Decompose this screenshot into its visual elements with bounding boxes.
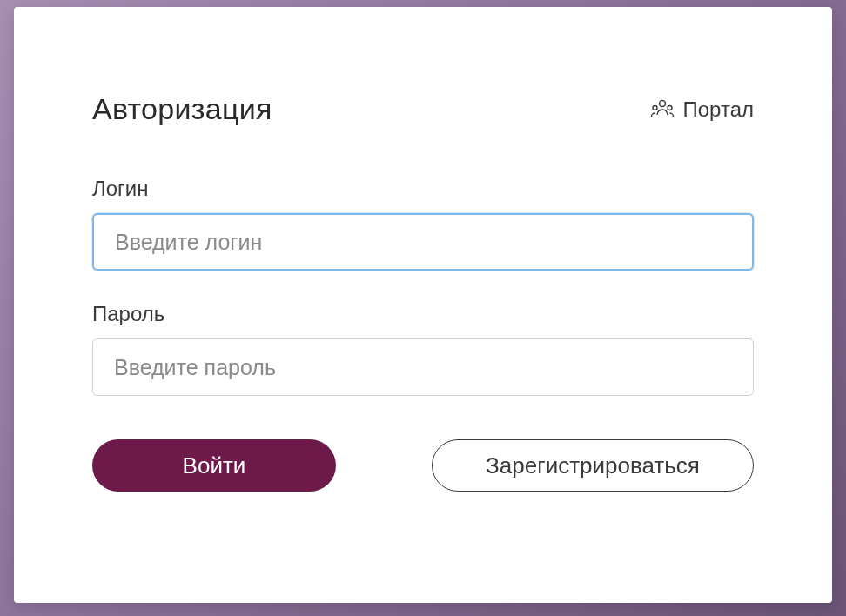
people-icon xyxy=(650,98,675,121)
dialog-title: Авторизация xyxy=(92,92,272,126)
button-row: Войти Зарегистрироваться xyxy=(92,439,754,492)
password-group: Пароль xyxy=(92,302,754,396)
login-input[interactable] xyxy=(92,213,754,271)
svg-point-2 xyxy=(668,105,672,110)
auth-dialog: Авторизация Портал Логин Пароль Войти З xyxy=(14,7,832,603)
login-label: Логин xyxy=(92,177,754,201)
dialog-header: Авторизация Портал xyxy=(92,92,754,126)
register-button[interactable]: Зарегистрироваться xyxy=(432,439,754,492)
password-input[interactable] xyxy=(92,338,754,396)
portal-label: Портал xyxy=(683,97,755,122)
password-label: Пароль xyxy=(92,302,754,326)
login-button[interactable]: Войти xyxy=(92,439,336,492)
portal-link[interactable]: Портал xyxy=(650,97,755,122)
login-group: Логин xyxy=(92,177,754,271)
svg-point-1 xyxy=(653,105,657,110)
svg-point-0 xyxy=(659,100,665,106)
